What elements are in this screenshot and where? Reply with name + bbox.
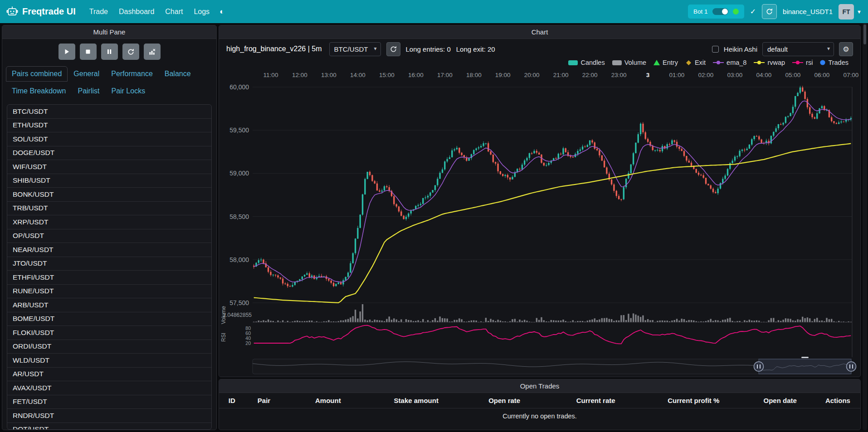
tab-pair-locks[interactable]: Pair Locks	[105, 83, 151, 99]
bot-toggle-switch[interactable]	[712, 8, 728, 15]
plot-settings-button[interactable]: ⚙	[839, 42, 853, 56]
legend-item-exit[interactable]: Exit	[685, 59, 706, 66]
pair-item-trb[interactable]: TRB/USDT	[7, 202, 211, 216]
legend-item-rvwap[interactable]: rvwap	[754, 59, 785, 66]
pair-item-eth[interactable]: ETH/USDT	[7, 119, 211, 133]
pair-item-bome[interactable]: BOME/USDT	[7, 312, 211, 326]
pair-item-floki[interactable]: FLOKI/USDT	[7, 326, 211, 340]
play-button[interactable]	[59, 44, 75, 60]
tab-pairlist[interactable]: Pairlist	[72, 83, 105, 99]
pane-tabs: Pairs combinedGeneralPerformanceBalanceT…	[2, 63, 216, 99]
svg-text:20:00: 20:00	[524, 72, 540, 78]
pair-item-sol[interactable]: SOL/USDT	[7, 132, 211, 146]
tab-general[interactable]: General	[68, 66, 105, 82]
chart-refresh-button[interactable]	[386, 42, 400, 56]
tab-time-breakdown[interactable]: Time Breakdown	[6, 83, 72, 99]
pair-item-wld[interactable]: WLD/USDT	[7, 354, 211, 368]
column-header-pair[interactable]: Pair	[245, 393, 283, 408]
legend-item-volume[interactable]: Volume	[612, 59, 646, 66]
pair-item-jto[interactable]: JTO/USDT	[7, 257, 211, 271]
navbar: Freqtrade UI TradeDashboardChartLogs ◐ B…	[0, 0, 868, 23]
tab-performance[interactable]: Performance	[105, 66, 159, 82]
column-header-current-profit-[interactable]: Current profit %	[642, 393, 745, 408]
autorefresh-check-icon[interactable]: ✓	[750, 7, 756, 16]
svg-text:13:00: 13:00	[321, 72, 336, 78]
pair-item-ordi[interactable]: ORDI/USDT	[7, 340, 211, 354]
legend-item-entry[interactable]: Entry	[653, 59, 678, 66]
pair-item-near[interactable]: NEAR/USDT	[7, 243, 211, 257]
pair-item-dot[interactable]: DOT/USDT	[7, 423, 211, 430]
column-header-actions[interactable]: Actions	[815, 393, 860, 408]
pair-item-bonk[interactable]: BONK/USDT	[7, 188, 211, 202]
pair-item-op[interactable]: OP/USDT	[7, 229, 211, 243]
strategy-timeframe-label: high_frog_binance_v226 | 5m	[226, 45, 322, 53]
main-layout: Multi Pane Pairs combinedGeneralPerforma…	[0, 23, 868, 432]
column-header-current-rate[interactable]: Current rate	[549, 393, 642, 408]
column-header-id[interactable]: ID	[219, 393, 245, 408]
nav-link-chart[interactable]: Chart	[160, 5, 188, 19]
nav-link-logs[interactable]: Logs	[188, 5, 215, 19]
price-chart[interactable]: 60,00059,50059,00058,50058,00057,50011:0…	[219, 68, 860, 377]
nav-links: TradeDashboardChartLogs	[84, 5, 215, 19]
pair-select[interactable]: BTC/USDT ▾	[329, 42, 381, 56]
refresh-button[interactable]	[122, 44, 139, 60]
pair-item-ethfi[interactable]: ETHFI/USDT	[7, 271, 211, 285]
svg-text:11:00: 11:00	[263, 72, 278, 78]
heikin-ashi-label: Heikin Ashi	[724, 45, 757, 53]
select-caret-icon: ▾	[374, 45, 377, 52]
pair-item-arb[interactable]: ARB/USDT	[7, 298, 211, 312]
tab-balance[interactable]: Balance	[159, 66, 197, 82]
pair-item-ar[interactable]: AR/USDT	[7, 368, 211, 382]
bot-selector[interactable]: Bot 1	[688, 5, 744, 19]
column-header-open-rate[interactable]: Open rate	[459, 393, 549, 408]
pair-item-rune[interactable]: RUNE/USDT	[7, 285, 211, 299]
refresh-icon	[766, 8, 773, 15]
stop-button[interactable]	[80, 44, 97, 60]
pair-item-xrp[interactable]: XRP/USDT	[7, 215, 211, 229]
pair-item-rndr[interactable]: RNDR/USDT	[7, 409, 211, 423]
datazoom-handle-right	[847, 362, 856, 371]
plot-config-select[interactable]: default ▾	[762, 42, 834, 56]
rsi-legend-icon	[792, 60, 803, 65]
candlestick-series	[253, 86, 852, 288]
page-scrollbar[interactable]	[863, 23, 867, 430]
plot-config-value: default	[767, 45, 788, 53]
pair-list: BTC/USDTETH/USDTSOL/USDTDOGE/USDTWIF/USD…	[7, 104, 212, 430]
svg-text:58,500: 58,500	[229, 213, 249, 220]
tab-pairs-combined[interactable]: Pairs combined	[6, 66, 68, 82]
nav-link-dashboard[interactable]: Dashboard	[113, 5, 160, 19]
legend-label: ema_8	[727, 59, 746, 66]
legend-label: Exit	[695, 59, 706, 66]
pair-item-shib[interactable]: SHIB/USDT	[7, 174, 211, 188]
pair-item-fet[interactable]: FET/USDT	[7, 395, 211, 409]
svg-text:20: 20	[245, 340, 251, 346]
heikin-ashi-checkbox[interactable]	[712, 46, 719, 53]
pause-button[interactable]	[101, 44, 118, 60]
pair-item-avax[interactable]: AVAX/USDT	[7, 381, 211, 395]
brand[interactable]: Freqtrade UI	[6, 6, 76, 18]
scrollbar-thumb[interactable]	[863, 24, 866, 44]
theme-toggle-icon[interactable]: ◐	[215, 5, 229, 18]
legend-item-rsi[interactable]: rsi	[792, 59, 813, 66]
global-refresh-button[interactable]	[762, 4, 777, 19]
user-menu[interactable]: FT ▼	[839, 4, 862, 19]
legend-item-ema_8[interactable]: ema_8	[713, 59, 746, 66]
avatar: FT	[839, 4, 854, 19]
svg-text:12:00: 12:00	[292, 72, 307, 78]
svg-text:21:00: 21:00	[553, 72, 569, 78]
svg-text:23:00: 23:00	[611, 72, 627, 78]
column-header-stake-amount[interactable]: Stake amount	[373, 393, 459, 408]
legend-item-trades[interactable]: Trades	[820, 59, 848, 66]
datazoom-handle-left	[754, 362, 764, 371]
pair-item-btc[interactable]: BTC/USDT	[7, 105, 211, 119]
nav-link-trade[interactable]: Trade	[84, 5, 113, 19]
column-header-amount[interactable]: Amount	[283, 393, 373, 408]
svg-text:40: 40	[245, 335, 251, 341]
column-header-open-date[interactable]: Open date	[745, 393, 815, 408]
svg-text:18:00: 18:00	[466, 72, 482, 78]
legend-item-candles[interactable]: Candles	[568, 59, 605, 66]
pair-item-wif[interactable]: WIF/USDT	[7, 160, 211, 174]
pair-item-doge[interactable]: DOGE/USDT	[7, 146, 211, 160]
clear-chart-button[interactable]	[144, 44, 161, 60]
chart-panel: Chart high_frog_binance_v226 | 5m BTC/US…	[219, 25, 861, 377]
